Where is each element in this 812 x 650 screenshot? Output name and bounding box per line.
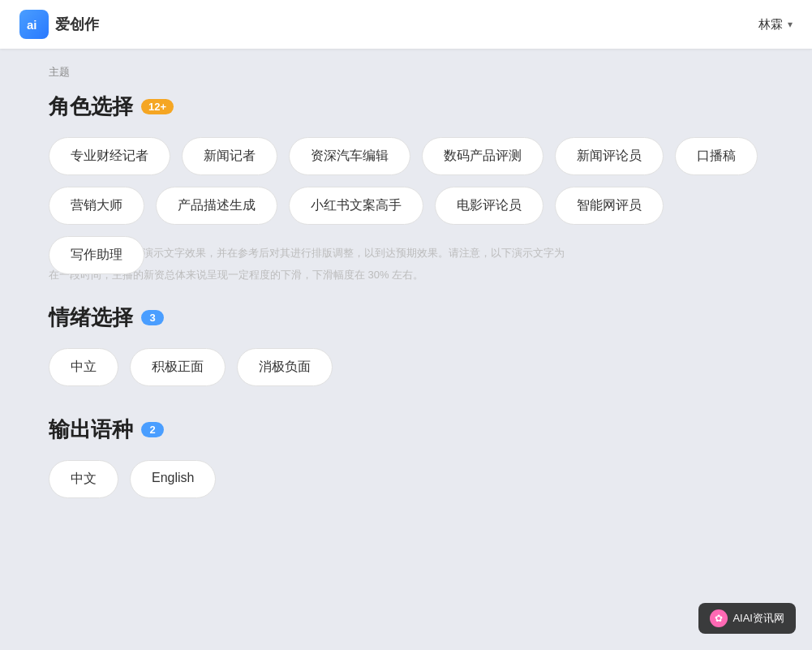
role-section-badge: 12+ bbox=[141, 99, 174, 114]
language-section-title: 输出语种 bbox=[49, 415, 133, 444]
role-tag-9[interactable]: 电影评论员 bbox=[435, 187, 543, 225]
role-section: 角色选择 12+ 专业财经记者 新闻记者 资深汽车编辑 数码产品评测 新闻评论员… bbox=[49, 93, 763, 274]
role-tag-3[interactable]: 数码产品评测 bbox=[422, 137, 543, 175]
mood-tags-row: 中立 积极正面 消极负面 bbox=[49, 348, 763, 386]
user-menu[interactable]: 林霖 ▾ bbox=[758, 17, 793, 32]
chevron-down-icon: ▾ bbox=[788, 19, 793, 30]
role-tag-0[interactable]: 专业财经记者 bbox=[49, 137, 170, 175]
logo-area: ai 爱创作 bbox=[19, 10, 99, 39]
role-tag-8[interactable]: 小红书文案高手 bbox=[289, 187, 423, 225]
role-tag-11[interactable]: 写作助理 bbox=[49, 236, 144, 274]
mood-section-header: 情绪选择 3 bbox=[49, 303, 763, 332]
mood-tag-0[interactable]: 中立 bbox=[49, 348, 118, 386]
role-tag-5[interactable]: 口播稿 bbox=[675, 137, 758, 175]
language-section-header: 输出语种 2 bbox=[49, 415, 763, 444]
language-tags-row: 中文 English bbox=[49, 460, 763, 498]
language-section-badge: 2 bbox=[141, 422, 164, 437]
watermark: ✿ AIAI资讯网 bbox=[698, 603, 796, 634]
watermark-text: AIAI资讯网 bbox=[733, 611, 784, 626]
language-section: 输出语种 2 中文 English bbox=[49, 415, 763, 498]
mood-section-badge: 3 bbox=[141, 310, 164, 325]
role-tag-6[interactable]: 营销大师 bbox=[49, 187, 144, 225]
role-tag-10[interactable]: 智能网评员 bbox=[555, 187, 664, 225]
role-tags-row: 专业财经记者 新闻记者 资深汽车编辑 数码产品评测 新闻评论员 口播稿 营销大师… bbox=[49, 137, 763, 274]
role-tag-1[interactable]: 新闻记者 bbox=[182, 137, 277, 175]
logo-text: 爱创作 bbox=[55, 15, 99, 34]
mood-tag-2[interactable]: 消极负面 bbox=[237, 348, 333, 386]
header: ai 爱创作 林霖 ▾ bbox=[0, 0, 812, 49]
language-tag-0[interactable]: 中文 bbox=[49, 460, 118, 498]
user-name: 林霖 bbox=[758, 17, 783, 32]
mood-section-title: 情绪选择 bbox=[49, 303, 133, 332]
svg-text:ai: ai bbox=[27, 18, 37, 32]
language-tag-1[interactable]: English bbox=[130, 460, 216, 498]
mood-section: 情绪选择 3 中立 积极正面 消极负面 bbox=[49, 303, 763, 386]
main-content: 主题 100~150字的文章来演示文字效果，并在参考后对其进行排版调整，以到达预… bbox=[0, 49, 812, 560]
role-section-title: 角色选择 bbox=[49, 93, 133, 121]
mood-tag-1[interactable]: 积极正面 bbox=[130, 348, 226, 386]
role-section-header: 角色选择 12+ bbox=[49, 93, 763, 121]
watermark-icon: ✿ bbox=[710, 609, 728, 627]
role-tag-2[interactable]: 资深汽车编辑 bbox=[289, 137, 410, 175]
logo-icon: ai bbox=[19, 10, 49, 39]
role-tag-7[interactable]: 产品描述生成 bbox=[156, 187, 277, 225]
breadcrumb: 主题 bbox=[49, 65, 763, 80]
role-tag-4[interactable]: 新闻评论员 bbox=[555, 137, 664, 175]
